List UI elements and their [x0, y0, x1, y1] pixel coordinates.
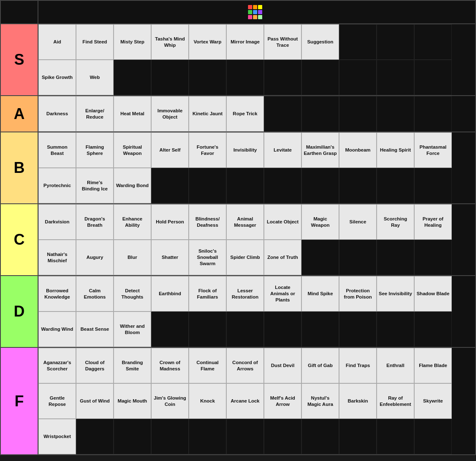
cell-spell[interactable]: Gift of Gab	[301, 348, 339, 383]
cell-spell[interactable]: Nystul's Magic Aura	[301, 383, 339, 419]
cell-spell[interactable]: Earthbind	[151, 276, 189, 312]
cell-spell[interactable]: Concord of Arrows	[226, 348, 264, 383]
cell-spell[interactable]: Detect Thoughts	[114, 276, 151, 312]
cell-spell[interactable]: Blindness/ Deafness	[189, 204, 226, 240]
cell-spell[interactable]: Magic Mouth	[114, 383, 151, 419]
cell-spell[interactable]: Darkvision	[38, 204, 76, 240]
cell-spell[interactable]: Gentle Repose	[38, 383, 76, 419]
cell-spell[interactable]: Calm Emotions	[76, 276, 114, 312]
cell-spell[interactable]: Aid	[38, 24, 76, 60]
cell-spell[interactable]: Ray of Enfeeblement	[377, 383, 414, 419]
cell-spell[interactable]: Locate Object	[264, 204, 301, 240]
cell-spell[interactable]: Web	[76, 60, 114, 95]
tier-label-a: A	[1, 96, 38, 132]
cell-spell[interactable]: Hold Person	[151, 204, 189, 240]
cell-spell[interactable]: Dust Devil	[264, 348, 301, 383]
cell-spell[interactable]: Beast Sense	[76, 312, 114, 347]
cell-spell[interactable]: Mind Spike	[301, 276, 339, 312]
cell-spell[interactable]: Levitate	[264, 132, 301, 168]
cell-spell[interactable]: Immovable Object	[151, 96, 189, 132]
cell-spell[interactable]: Flaming Sphere	[76, 132, 114, 168]
cell-spell[interactable]: Cloud of Daggers	[76, 348, 114, 383]
cell-spell[interactable]: Vortex Warp	[189, 24, 226, 60]
cell-spell[interactable]: Protection from Poison	[339, 276, 377, 312]
cell-spell[interactable]: Scorching Ray	[377, 204, 414, 240]
cell-spell[interactable]: Dragon's Breath	[76, 204, 114, 240]
cell-empty	[301, 60, 339, 95]
cell-spell[interactable]: Find Steed	[76, 24, 114, 60]
cell-spell[interactable]: Prayer of Healing	[414, 204, 452, 240]
cell-spell[interactable]: Pyrotechnic	[38, 168, 76, 203]
cell-spell[interactable]: Locate Animals or Plants	[264, 276, 301, 312]
cell-spell[interactable]: Summon Beast	[38, 132, 76, 168]
cell-spell[interactable]: Spike Growth	[38, 60, 76, 95]
cell-spell[interactable]: Enthrall	[377, 348, 414, 383]
cell-spell[interactable]: Wristpocket	[38, 419, 76, 454]
cell-spell[interactable]: Mirror Image	[226, 24, 264, 60]
cell-spell[interactable]: Enlarge/ Reduce	[76, 96, 114, 132]
cell-spell[interactable]: Lesser Restoration	[226, 276, 264, 312]
cell-spell[interactable]: Phantasmal Force	[414, 132, 452, 168]
cell-spell[interactable]: Knock	[189, 383, 226, 419]
logo-dot	[258, 5, 262, 9]
cell-spell[interactable]: Arcane Lock	[226, 383, 264, 419]
cell-spell[interactable]: Warding Bond	[114, 168, 151, 203]
cell-spell[interactable]: Shadow Blade	[414, 276, 452, 312]
cell-spell[interactable]: Aganazzar's Scorcher	[38, 348, 76, 383]
cell-empty	[414, 24, 452, 60]
cell-empty	[339, 24, 377, 60]
tier-row-c: CDarkvisionDragon's BreathEnhance Abilit…	[1, 204, 475, 276]
cell-spell[interactable]: Alter Self	[151, 132, 189, 168]
cell-spell[interactable]: Jim's Glowing Coin	[151, 383, 189, 419]
cell-spell[interactable]: Healing Spirit	[377, 132, 414, 168]
cell-spell[interactable]: Rime's Binding Ice	[76, 168, 114, 203]
cell-spell[interactable]: See Invisibility	[377, 276, 414, 312]
cell-spell[interactable]: Moonbeam	[339, 132, 377, 168]
cell-spell[interactable]: Maximilian's Earthen Grasp	[301, 132, 339, 168]
tier-list: SAidFind SteedMisty StepTasha's Mind Whi…	[0, 0, 476, 455]
cell-empty	[414, 419, 452, 454]
cell-spell[interactable]: Flame Blade	[414, 348, 452, 383]
cell-spell[interactable]: Blur	[114, 240, 151, 275]
cell-spell[interactable]: Zone of Truth	[264, 240, 301, 275]
cell-empty	[339, 168, 377, 203]
cell-spell[interactable]: Spider Climb	[226, 240, 264, 275]
cell-empty	[414, 96, 452, 132]
cell-spell[interactable]: Shatter	[151, 240, 189, 275]
cell-spell[interactable]: Crown of Madness	[151, 348, 189, 383]
cell-spell[interactable]: Magic Weapon	[301, 204, 339, 240]
cell-spell[interactable]: Kinetic Jaunt	[189, 96, 226, 132]
cell-spell[interactable]: Pass Without Trace	[264, 24, 301, 60]
cell-spell[interactable]: Find Traps	[339, 348, 377, 383]
cell-spell[interactable]: Darkness	[38, 96, 76, 132]
cell-spell[interactable]: Melf's Acid Arrow	[264, 383, 301, 419]
cell-spell[interactable]: Wither and Bloom	[114, 312, 151, 347]
cell-spell[interactable]: Silence	[339, 204, 377, 240]
cell-spell[interactable]: Gust of Wind	[76, 383, 114, 419]
cell-spell[interactable]: Tasha's Mind Whip	[151, 24, 189, 60]
cell-spell[interactable]: Warding Wind	[38, 312, 76, 347]
cell-spell[interactable]: Invisibility	[226, 132, 264, 168]
cell-spell[interactable]: Branding Smite	[114, 348, 151, 383]
cell-spell[interactable]: Enhance Ability	[114, 204, 151, 240]
cell-spell[interactable]: Misty Step	[114, 24, 151, 60]
logo-dot	[253, 5, 257, 9]
cell-empty	[301, 312, 339, 347]
cell-spell[interactable]: Nathair's Mischief	[38, 240, 76, 275]
cell-spell[interactable]: Barkskin	[339, 383, 377, 419]
cell-spell[interactable]: Suggestion	[301, 24, 339, 60]
cell-spell[interactable]: Spiritual Weapon	[114, 132, 151, 168]
cell-spell[interactable]: Skywrite	[414, 383, 452, 419]
tier-label-f: F	[1, 348, 38, 454]
cell-spell[interactable]: Continual Flame	[189, 348, 226, 383]
cell-empty	[377, 60, 414, 95]
cell-spell[interactable]: Fortune's Favor	[189, 132, 226, 168]
cell-spell[interactable]: Flock of Familiars	[189, 276, 226, 312]
cell-spell[interactable]: Rope Trick	[226, 96, 264, 132]
cell-spell[interactable]: Augury	[76, 240, 114, 275]
cell-spell[interactable]: Heat Metal	[114, 96, 151, 132]
cell-spell[interactable]: Sniloc's Snowball Swarm	[189, 240, 226, 275]
cell-empty	[151, 419, 189, 454]
cell-spell[interactable]: Animal Messager	[226, 204, 264, 240]
cell-spell[interactable]: Borrowed Knowledge	[38, 276, 76, 312]
